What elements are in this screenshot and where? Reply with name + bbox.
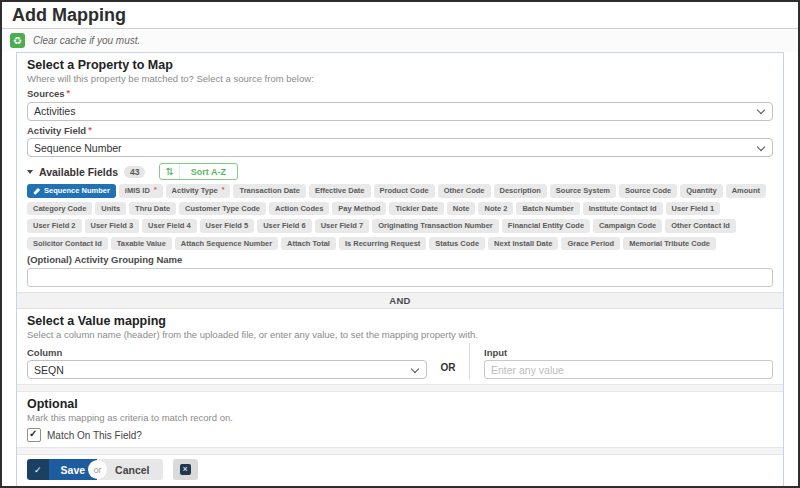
field-chip[interactable]: Campaign Code <box>593 219 662 233</box>
field-chip[interactable]: Attach Total <box>281 237 336 251</box>
field-chip-label: Amount <box>732 186 760 196</box>
field-chip-label: Attach Sequence Number <box>181 239 272 249</box>
field-chip-label: Other Code <box>444 186 485 196</box>
field-chip[interactable]: Transaction Date <box>233 184 305 198</box>
sort-az-button[interactable]: Sort A-Z <box>159 163 238 180</box>
field-chip[interactable]: User Field 6 <box>257 219 312 233</box>
field-chip[interactable]: Product Code <box>374 184 435 198</box>
field-chip[interactable]: Originating Transaction Number <box>372 219 499 233</box>
delete-mapping-button[interactable] <box>173 459 198 480</box>
field-chip-label: Category Code <box>33 204 86 214</box>
value-mapping-section: Select a Value mapping Select a column n… <box>17 309 783 385</box>
close-icon <box>180 464 191 475</box>
field-chip[interactable]: Category Code <box>27 202 92 216</box>
field-chip[interactable]: Source System <box>550 184 616 198</box>
field-chip[interactable]: Pay Method <box>332 202 386 216</box>
field-chip-label: Source System <box>556 186 610 196</box>
paintbrush-icon <box>33 187 41 195</box>
field-chip[interactable]: Financial Entity Code <box>502 219 590 233</box>
field-chip[interactable]: Attach Sequence Number <box>175 237 278 251</box>
field-chip[interactable]: User Field 2 <box>27 219 82 233</box>
field-chip-label: Effective Date <box>315 186 365 196</box>
field-chip[interactable]: Institute Contact Id <box>583 202 663 216</box>
match-checkbox[interactable] <box>27 428 41 442</box>
field-chip-label: Status Code <box>435 239 479 249</box>
field-chip[interactable]: Amount <box>726 184 766 198</box>
field-chip[interactable]: Solicitor Contact Id <box>27 237 108 251</box>
field-chip[interactable]: Other Contact Id <box>665 219 736 233</box>
field-chip-label: Attach Total <box>287 239 330 249</box>
field-chip-label: Institute Contact Id <box>589 204 657 214</box>
sources-select[interactable]: Activities <box>27 102 773 121</box>
activity-field-select[interactable]: Sequence Number <box>27 138 773 157</box>
field-chip[interactable]: Note <box>447 202 476 216</box>
field-chip[interactable]: User Field 5 <box>200 219 255 233</box>
field-chip[interactable]: Other Code <box>438 184 491 198</box>
section-divider <box>17 447 783 455</box>
field-chip[interactable]: User Field 3 <box>85 219 140 233</box>
field-chip[interactable]: Next Install Date <box>488 237 558 251</box>
field-chip-label: Action Codes <box>275 204 323 214</box>
field-chip-label: Note <box>453 204 470 214</box>
activity-grouping-input[interactable] <box>27 268 773 287</box>
field-chip[interactable]: User Field 7 <box>315 219 370 233</box>
available-fields-count-badge: 43 <box>124 166 145 178</box>
field-chip-label: Note 2 <box>484 204 507 214</box>
required-asterisk: * <box>67 88 71 99</box>
available-fields-label: Available Fields <box>39 166 118 178</box>
field-chip[interactable]: Source Code <box>619 184 677 198</box>
field-chip[interactable]: Sequence Number <box>27 184 116 198</box>
field-chip[interactable]: Activity Type* <box>166 184 231 198</box>
field-chip-label: Other Contact Id <box>671 221 730 231</box>
field-chip[interactable]: Is Recurring Request <box>339 237 426 251</box>
field-chip[interactable]: Quantity <box>680 184 722 198</box>
field-chip[interactable]: User Field 1 <box>666 202 721 216</box>
property-section-subheading: Where will this property be matched to? … <box>27 73 773 84</box>
column-select[interactable]: SEQN <box>27 360 427 379</box>
field-chip[interactable]: Batch Number <box>516 202 579 216</box>
field-chip[interactable]: User Field 4 <box>142 219 197 233</box>
field-chip[interactable]: Grace Period <box>561 237 620 251</box>
field-chip[interactable]: Effective Date <box>309 184 371 198</box>
input-label: Input <box>484 347 773 358</box>
value-section-subheading: Select a column name (header) from the u… <box>27 329 773 340</box>
section-divider <box>17 384 783 392</box>
save-button[interactable]: Save <box>27 459 97 480</box>
field-chip[interactable]: Thru Date <box>129 202 176 216</box>
field-chip[interactable]: Units <box>95 202 126 216</box>
field-chip-label: Taxable Value <box>117 239 166 249</box>
field-chip[interactable]: iMIS ID* <box>119 184 163 198</box>
field-chip-label: User Field 7 <box>321 221 364 231</box>
field-chip-label: Transaction Date <box>239 186 299 196</box>
field-chip-label: Grace Period <box>567 239 614 249</box>
field-chip-label: Memorial Tribute Code <box>629 239 710 249</box>
field-chip[interactable]: Tickler Date <box>389 202 443 216</box>
field-chip[interactable]: Status Code <box>429 237 485 251</box>
field-chip-label: Units <box>101 204 120 214</box>
field-chip[interactable]: Description <box>494 184 547 198</box>
column-label: Column <box>27 347 427 358</box>
field-chip[interactable]: Memorial Tribute Code <box>623 237 716 251</box>
sources-label: Sources* <box>27 88 773 99</box>
field-chip-label: User Field 2 <box>33 221 76 231</box>
field-chip-label: User Field 4 <box>148 221 191 231</box>
field-chip-label: User Field 5 <box>206 221 249 231</box>
field-chip[interactable]: Note 2 <box>478 202 513 216</box>
field-chip-label: Description <box>500 186 541 196</box>
activity-field-label: Activity Field* <box>27 125 773 136</box>
cancel-button[interactable]: Cancel <box>98 459 162 480</box>
page-title: Add Mapping <box>12 5 788 26</box>
actions-bar: Save or Cancel <box>17 455 783 486</box>
field-chip-label: Activity Type <box>172 186 218 196</box>
recycle-icon[interactable] <box>10 33 25 48</box>
value-input[interactable] <box>484 360 773 379</box>
optional-section-heading: Optional <box>27 397 773 411</box>
field-chips: Sequence NumberiMIS ID*Activity Type*Tra… <box>27 184 773 250</box>
activity-grouping-label: (Optional) Activity Grouping Name <box>27 254 773 265</box>
field-chip-label: Tickler Date <box>395 204 437 214</box>
field-chip-label: Next Install Date <box>494 239 552 249</box>
collapse-caret-icon[interactable] <box>27 170 33 174</box>
field-chip[interactable]: Taxable Value <box>111 237 172 251</box>
field-chip[interactable]: Customer Type Code <box>179 202 266 216</box>
field-chip[interactable]: Action Codes <box>269 202 329 216</box>
